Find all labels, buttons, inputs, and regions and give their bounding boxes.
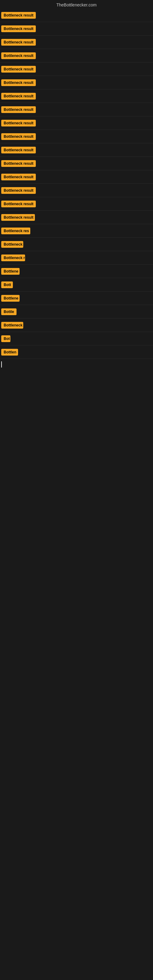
bottleneck-badge[interactable]: Bottleneck result — [1, 66, 36, 73]
bottleneck-badge[interactable]: Bottleneck result — [1, 79, 36, 86]
bottleneck-badge[interactable]: Bottleneck result — [1, 160, 36, 167]
bottleneck-badge[interactable]: Bottleneck r — [1, 255, 25, 261]
bottleneck-badge[interactable]: Bottleneck result — [1, 147, 36, 153]
bottleneck-badge[interactable]: Bottleneck result — [1, 106, 36, 113]
table-row: Bottlene — [0, 265, 153, 278]
table-row: Bottleneck result — [0, 9, 153, 22]
bottleneck-badge[interactable]: Bottleneck result — [1, 39, 36, 46]
table-row: Bottleneck result — [0, 184, 153, 197]
table-row: Bottleneck result — [0, 22, 153, 35]
bottleneck-badge[interactable]: Bottleneck result — [1, 173, 36, 180]
bottleneck-badge[interactable]: Bottleneck result — [1, 25, 36, 32]
table-row: Bottleneck — [0, 318, 153, 332]
bottleneck-badge[interactable]: Bottlen — [1, 349, 18, 356]
bottleneck-badge[interactable]: Bott — [1, 282, 13, 288]
table-row: Bottleneck result — [0, 197, 153, 211]
bottleneck-badge[interactable]: Bottleneck — [1, 241, 23, 248]
table-row: Bottleneck result — [0, 76, 153, 89]
table-row: Bottleneck result — [0, 103, 153, 116]
table-row: Bottleneck result — [0, 116, 153, 130]
table-row: Bottleneck result — [0, 49, 153, 62]
table-row: Bot — [0, 332, 153, 345]
table-row: Bottleneck result — [0, 157, 153, 170]
bottleneck-badge[interactable]: Bottleneck result — [1, 93, 36, 100]
table-row: Bottlen — [0, 345, 153, 359]
table-row: Bottlene — [0, 291, 153, 305]
table-row: Bottleneck r — [0, 251, 153, 265]
table-row: Bottleneck result — [0, 130, 153, 143]
site-title: TheBottlenecker.com — [56, 2, 97, 7]
table-row: Bottleneck — [0, 238, 153, 251]
table-row: Bottleneck result — [0, 89, 153, 103]
bottleneck-badge[interactable]: Bottleneck result — [1, 200, 36, 207]
bottleneck-badge[interactable]: Bottlene — [1, 295, 19, 302]
bottleneck-badge[interactable]: Bot — [1, 335, 10, 342]
bottleneck-badge[interactable]: Bottleneck result — [1, 133, 36, 140]
bottleneck-badge[interactable]: Bottleneck — [1, 322, 23, 329]
table-row: Bottle — [0, 305, 153, 318]
table-row: Bott — [0, 278, 153, 291]
cursor-line — [1, 361, 2, 368]
table-row: Bottleneck result — [0, 62, 153, 76]
bottleneck-badge[interactable]: Bottlene — [1, 268, 19, 275]
table-row: Bottleneck result — [0, 143, 153, 157]
site-header: TheBottlenecker.com — [0, 0, 153, 9]
bottleneck-badge[interactable]: Bottleneck result — [1, 120, 36, 126]
bottleneck-badge[interactable]: Bottleneck res — [1, 228, 30, 234]
table-row: Bottleneck res — [0, 224, 153, 238]
table-row: Bottleneck result — [0, 211, 153, 224]
bottleneck-badge[interactable]: Bottleneck result — [1, 214, 35, 221]
bottleneck-badge[interactable]: Bottleneck result — [1, 52, 36, 59]
bottleneck-badge[interactable]: Bottleneck result — [1, 187, 36, 194]
table-row: Bottleneck result — [0, 35, 153, 49]
table-row: Bottleneck result — [0, 170, 153, 184]
bottleneck-badge[interactable]: Bottleneck result — [1, 12, 36, 19]
bottleneck-badge[interactable]: Bottle — [1, 309, 16, 315]
